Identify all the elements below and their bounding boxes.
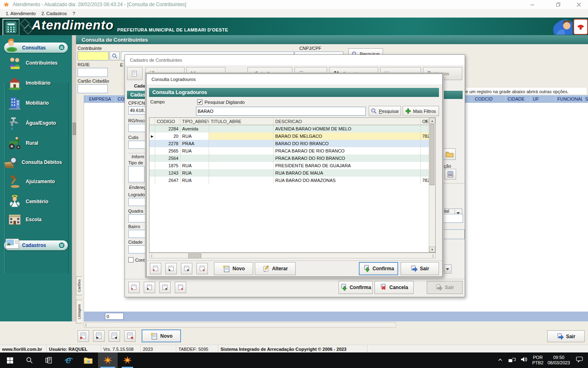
table-row[interactable]: 20RUABARAO DE MELGACO7827: [149, 132, 435, 140]
notification-icon[interactable]: [576, 356, 583, 364]
sidebar-item-agua-esgoto[interactable]: Água/Esgoto: [7, 114, 69, 132]
cad-record-last-button[interactable]: [175, 282, 186, 293]
count-input[interactable]: [105, 313, 124, 320]
cidade-input[interactable]: [128, 245, 147, 254]
bairro-input[interactable]: [128, 230, 147, 238]
right-input2[interactable]: [443, 229, 465, 239]
clock[interactable]: 09:5008/03/2023: [548, 355, 570, 366]
cad-record-next-button[interactable]: [159, 282, 171, 293]
network-icon[interactable]: [508, 357, 516, 364]
col-codigo[interactable]: CODIGO: [155, 118, 180, 125]
calc-button[interactable]: [445, 169, 456, 180]
menu-help[interactable]: ?: [73, 11, 75, 16]
cartao-input[interactable]: [78, 84, 108, 93]
col-titulo-abre[interactable]: TITULO_ABRE: [209, 118, 274, 125]
sidebar-item-ajuizamento[interactable]: Ajuizamento: [7, 173, 69, 191]
mais-filtros-button[interactable]: Mais Filtros: [403, 106, 439, 116]
logradouro-search-input[interactable]: [196, 107, 366, 116]
taskbar-search-button[interactable]: [20, 352, 39, 368]
novo-button[interactable]: Novo: [142, 330, 181, 342]
col-tipo-abrev[interactable]: TIPO_ABREV: [180, 118, 209, 125]
record-next-button[interactable]: [109, 330, 120, 342]
table-row[interactable]: 2564PRACA BARAO DO RIO BRANCO: [149, 155, 435, 162]
sidebar-item-consulta-debitos[interactable]: Consulta Débitos: [3, 153, 65, 171]
chevron-double-up-icon[interactable]: [58, 44, 65, 53]
col-uf[interactable]: UF: [531, 95, 555, 103]
postal-input[interactable]: [443, 214, 463, 223]
menu-cadastros[interactable]: 2. Cadastros: [41, 11, 67, 16]
grid-vscrollbar[interactable]: ▲ ▼: [429, 118, 435, 252]
logradouros-titlebar[interactable]: Consulta Logradouros: [147, 74, 442, 85]
tipo-de-input[interactable]: [128, 166, 145, 182]
internet-explorer-icon[interactable]: e: [59, 352, 78, 368]
col-codcid[interactable]: CODCID: [473, 95, 506, 103]
table-row[interactable]: 1875RUAPRESIDENTE BARAO DE GUAJARA: [149, 162, 435, 169]
cad-confirma-button[interactable]: Confirma: [339, 281, 373, 294]
contribuinte-input[interactable]: [78, 52, 109, 61]
file-explorer-icon[interactable]: [78, 352, 98, 368]
col-funcional[interactable]: FUNCIONAL: [555, 95, 583, 103]
restore-button[interactable]: [549, 0, 568, 9]
tab-cartoes[interactable]: Cartões: [76, 276, 82, 295]
table-row[interactable]: 2647RUARUA BARAO DO AMAZONAS7826: [149, 177, 435, 184]
sidebar-item-escola[interactable]: Escola: [7, 211, 69, 229]
table-row[interactable]: 2565RUAPRACA BARAO DE RIO BRANCO: [149, 147, 435, 155]
tab-listagem[interactable]: Listagem: [76, 300, 82, 323]
chevron-double-down-icon[interactable]: [58, 242, 65, 251]
taskbar-app-active[interactable]: [98, 352, 118, 368]
close-button[interactable]: [569, 0, 588, 9]
col-cidade[interactable]: CIDADE: [506, 95, 531, 103]
window-title: Atendimento - Atualizado dia: 28/02/2023…: [13, 2, 186, 7]
lg-confirma-button[interactable]: Confirma: [359, 262, 398, 275]
contribuinte-search-button[interactable]: [109, 52, 120, 61]
phone-icon[interactable]: [573, 19, 588, 35]
cadastro-titlebar[interactable]: Cadastro de Contribuintes: [125, 55, 465, 66]
lg-record-next-button[interactable]: [181, 263, 192, 274]
bottom-hscrollbar[interactable]: 〈: [84, 322, 396, 328]
table-row[interactable]: 1243RUARUA BARAO DE MAUA: [149, 169, 435, 177]
taskbar-app-2[interactable]: [118, 352, 137, 368]
lg-pesquisar-button[interactable]: Pesquisar: [369, 106, 401, 116]
rg-input[interactable]: [78, 68, 108, 77]
main-sair-button[interactable]: Sair: [547, 330, 585, 342]
cutis-input[interactable]: [128, 141, 147, 149]
table-row[interactable]: 2278PRAABARAO DO RIO BRANCO: [149, 140, 435, 147]
lg-novo-button[interactable]: Novo: [214, 262, 253, 275]
col-empresa[interactable]: EMPRESA: [87, 95, 116, 103]
record-last-button[interactable]: [124, 330, 136, 342]
logradouro-input[interactable]: [128, 198, 147, 206]
record-prev-button[interactable]: [93, 330, 105, 342]
quadra-input[interactable]: [128, 214, 147, 222]
speaker-icon[interactable]: [521, 357, 527, 364]
cont-checkbox[interactable]: [128, 257, 134, 263]
sidebar-item-mobiliario[interactable]: Mobiliário: [7, 94, 69, 112]
sidebar-item-cemiterio[interactable]: Cemitério: [7, 193, 69, 211]
lg-alterar-button[interactable]: Alterar: [255, 262, 296, 275]
lg-sair-button[interactable]: Sair: [401, 262, 439, 275]
cad-record-first-button[interactable]: [128, 282, 140, 293]
pesquisar-digitando-checkbox[interactable]: [197, 99, 203, 105]
record-first-button[interactable]: [78, 330, 89, 342]
cad-record-prev-button[interactable]: [144, 282, 155, 293]
task-view-button[interactable]: [39, 352, 59, 368]
tray-chevron-icon[interactable]: [498, 357, 503, 364]
toolbar-novo-button[interactable]: [127, 67, 143, 80]
lg-record-last-button[interactable]: [196, 263, 208, 274]
language-indicator[interactable]: PORPTB2: [532, 355, 543, 366]
cadastro-tab[interactable]: Cadas: [134, 83, 147, 88]
start-button[interactable]: [0, 352, 20, 368]
menu-atendimento[interactable]: 1. Atendimento: [6, 11, 36, 16]
table-row[interactable]: 2284AvenidaAVENIDA BARAO HOMEM DE MELO: [149, 125, 435, 132]
col-descricao[interactable]: DESCRICAO: [274, 118, 421, 125]
grid-hscrollbar[interactable]: 〈 〉: [149, 253, 436, 258]
sidebar-item-contribuintes[interactable]: Contribuintes: [7, 54, 69, 72]
cad-cancela-button[interactable]: Cancela: [374, 281, 414, 294]
sidebar-item-imobiliario[interactable]: Imobiliário: [7, 74, 69, 92]
lg-record-first-button[interactable]: [150, 263, 161, 274]
sidebar-item-rural[interactable]: Rural: [7, 134, 69, 152]
folder-button[interactable]: [443, 148, 456, 160]
minimize-button[interactable]: [523, 0, 541, 9]
col-s[interactable]: S: [583, 95, 588, 103]
lg-record-prev-button[interactable]: [165, 263, 177, 274]
rg-inscr-input[interactable]: [128, 124, 147, 132]
